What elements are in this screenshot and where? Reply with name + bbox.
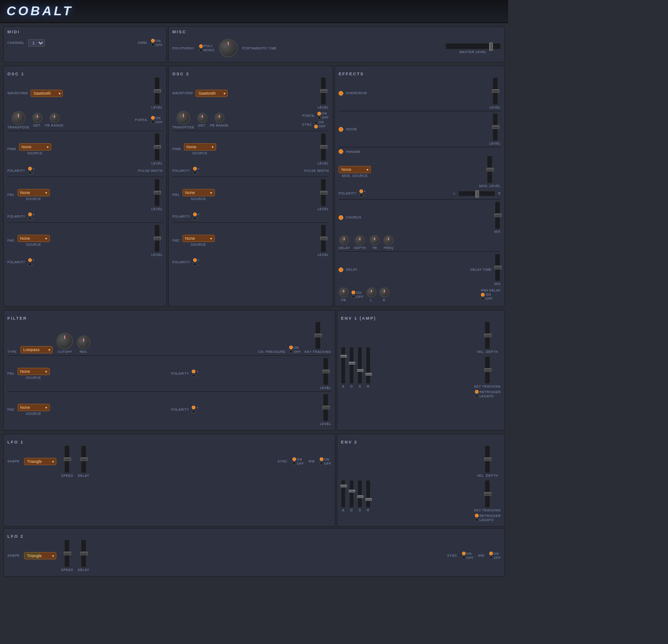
filter-ch-pressure-label: CH. PRESSURE xyxy=(258,350,285,353)
env1-decay-fader[interactable] xyxy=(349,347,354,384)
osc1-fm2-polarity-toggle[interactable]: + - xyxy=(28,258,35,266)
chorus-mix-slider[interactable] xyxy=(495,201,500,229)
env2-key-tracking-slider[interactable] xyxy=(485,480,490,508)
osc2-det-knob[interactable] xyxy=(197,113,207,123)
filter-key-tracking-slider[interactable] xyxy=(315,322,321,349)
delay-mix-slider[interactable] xyxy=(495,254,500,281)
lfo2-sync-toggle[interactable]: ON OFF xyxy=(462,552,474,559)
osc2-fm2-level-slider[interactable] xyxy=(321,225,326,252)
lfo2-mw-toggle[interactable]: ON OFF xyxy=(489,552,501,559)
lfo1-speed-slider[interactable] xyxy=(64,445,70,473)
osc2-porta-toggle[interactable]: ON OFF xyxy=(317,112,329,120)
overdrive-level-slider[interactable] xyxy=(492,77,498,105)
omni-toggle[interactable]: ON OFF xyxy=(151,39,163,47)
env2-release-fader[interactable] xyxy=(366,480,370,508)
filter-type-select[interactable]: Lowpass xyxy=(20,346,53,353)
filter-cutoff-knob[interactable] xyxy=(56,333,73,349)
osc1-pbrange-knob[interactable] xyxy=(49,113,60,123)
osc2-fm1-source-select[interactable]: None xyxy=(182,189,215,196)
master-level-label: MASTER LEVEL xyxy=(460,50,487,54)
osc1-porta-toggle[interactable]: ON OFF xyxy=(151,116,163,124)
env2-retrigger-toggle[interactable]: RETRIGGER LEGATO xyxy=(475,514,501,522)
osc1-fm1-source-select[interactable]: None xyxy=(18,189,50,196)
env1-retrigger-toggle[interactable]: RETRIGGER LEGATO xyxy=(475,390,501,398)
osc2-transpose-knob[interactable] xyxy=(176,111,190,125)
overdrive-dot xyxy=(339,91,343,96)
osc2-fm2-source-select[interactable]: None xyxy=(182,235,215,242)
lfo1-shape-select[interactable]: Triangle xyxy=(24,458,56,465)
osc2-sync-toggle[interactable]: ON OFF xyxy=(314,121,326,128)
filter-fm2-level-slider[interactable] xyxy=(323,394,328,421)
portamento-knob[interactable] xyxy=(219,39,237,57)
osc1-pwm-level-slider[interactable] xyxy=(154,133,160,161)
master-level-slider[interactable] xyxy=(445,43,501,49)
lfo1-mw-toggle[interactable]: ON OFF xyxy=(320,457,332,465)
poly-dot xyxy=(199,44,203,48)
osc2-pwm-polarity-toggle[interactable]: + - xyxy=(193,167,200,175)
osc2-porta-label: PORTA. xyxy=(302,114,315,117)
osc1-fm1-polarity-toggle[interactable]: + - xyxy=(28,213,35,220)
delay-fb-knob[interactable] xyxy=(339,287,349,298)
osc2-fm2-polarity-toggle[interactable]: + - xyxy=(193,258,200,266)
filter-fm1-level-slider[interactable] xyxy=(323,358,328,385)
osc1-det-knob[interactable] xyxy=(32,113,43,123)
filter-ch-pressure-toggle[interactable]: ON OFF xyxy=(289,346,301,353)
osc1-fm1-level-slider[interactable] xyxy=(154,179,160,207)
env1-release-fader[interactable] xyxy=(366,347,370,384)
env2-attack-fader[interactable] xyxy=(341,480,346,508)
osc2-fm1-level-slider[interactable] xyxy=(321,179,326,207)
lfo2-speed-slider[interactable] xyxy=(64,540,70,567)
chorus-depth-knob[interactable] xyxy=(355,235,365,245)
pan-delay-toggle[interactable]: ON OFF xyxy=(481,293,501,301)
lfo2-delay-slider[interactable] xyxy=(81,540,86,567)
filter-fm1-polarity-toggle[interactable]: + - xyxy=(192,370,199,377)
osc2-pwm-source-select[interactable]: None xyxy=(184,143,216,151)
delay-l-knob[interactable] xyxy=(366,287,377,298)
lfo2-shape-select[interactable]: Triangle xyxy=(24,552,56,559)
osc1-transpose-knob[interactable] xyxy=(12,111,25,125)
chorus-delay-knob[interactable] xyxy=(339,235,349,245)
osc2-pbrange-knob[interactable] xyxy=(214,113,225,123)
chorus-fb-knob[interactable] xyxy=(370,235,380,245)
osc1-pwm-polarity-toggle[interactable]: + - xyxy=(28,167,35,175)
delay-r-knob[interactable] xyxy=(379,287,389,298)
lfo1-delay-slider[interactable] xyxy=(81,445,86,473)
osc2-pwm-pol-minus-dot xyxy=(193,171,197,175)
env2-vel-depth-slider[interactable] xyxy=(485,445,490,473)
filter-fm2-pol-minus-dot xyxy=(192,410,195,413)
panner-mod-level-slider[interactable] xyxy=(487,156,492,183)
osc1-level-slider[interactable] xyxy=(154,77,160,105)
noise-level-slider[interactable] xyxy=(492,113,498,141)
delay-sync-toggle[interactable]: ON OFF xyxy=(352,291,364,298)
osc1-fm2-source-select[interactable]: None xyxy=(18,235,50,242)
env1-vel-depth-slider[interactable] xyxy=(485,322,490,349)
env1-attack-fader[interactable] xyxy=(341,347,346,384)
env1-key-tracking-slider[interactable] xyxy=(485,356,490,384)
osc2-sync-on-dot xyxy=(314,121,318,124)
filter-res-knob[interactable] xyxy=(77,335,91,349)
osc2-fm1-polarity-toggle[interactable]: + - xyxy=(193,213,200,220)
channel-select[interactable]: 123 xyxy=(28,39,45,47)
osc1-porta-on-dot xyxy=(151,116,155,120)
env2-sustain-fader[interactable] xyxy=(358,480,362,508)
osc1-fm2-level-slider[interactable] xyxy=(154,225,160,252)
effects-section: EFFECTS OVERDRIVE LEVEL NOISE LEVEL xyxy=(334,66,505,307)
polyphony-toggle[interactable]: POLY MONO xyxy=(199,44,215,52)
osc2-pwm-level-slider[interactable] xyxy=(321,133,326,161)
osc1-pulse-width-label: PULSE WIDTH xyxy=(138,169,163,172)
filter-fm1-source-select[interactable]: None xyxy=(18,368,50,375)
chorus-freq-knob[interactable] xyxy=(383,235,394,245)
osc2-level-slider[interactable] xyxy=(321,77,326,105)
filter-fm2-source-select[interactable]: None xyxy=(18,404,50,411)
osc1-pwm-source-select[interactable]: None xyxy=(19,143,51,151)
panner-source-select[interactable]: None xyxy=(339,166,371,173)
panner-polarity-toggle[interactable]: + - xyxy=(359,189,366,197)
osc2-det-label: DET. xyxy=(198,124,206,127)
filter-fm2-polarity-toggle[interactable]: + - xyxy=(192,406,199,413)
osc2-waveform-select[interactable]: Sawtooth xyxy=(195,90,228,97)
lfo1-sync-toggle[interactable]: ON OFF xyxy=(292,457,304,465)
env2-decay-fader[interactable] xyxy=(349,480,354,508)
env1-sustain-fader[interactable] xyxy=(358,347,362,384)
panner-lr-slider[interactable] xyxy=(458,191,495,196)
osc1-waveform-select[interactable]: Sawtooth xyxy=(30,90,63,97)
